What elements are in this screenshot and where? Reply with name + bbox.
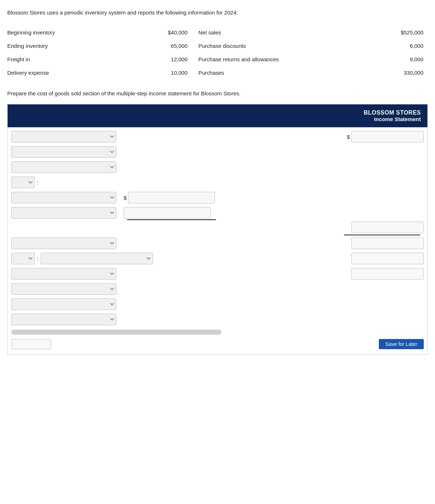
form-row-2 <box>11 146 424 158</box>
table-row: Delivery expense 10,000 Purchases 330,00… <box>7 66 428 79</box>
value-purchase-discounts: 6,000 <box>364 39 428 53</box>
form-row-11 <box>11 283 424 295</box>
form-row-5: $ <box>11 192 424 203</box>
row3-select[interactable] <box>11 161 116 173</box>
row1-right-input[interactable] <box>351 131 424 142</box>
form-row-13 <box>11 314 424 325</box>
row5-select[interactable] <box>11 192 116 203</box>
form-row-6 <box>11 207 424 219</box>
statement-container: BLOSSOM STORES Income Statement $ : <box>7 104 428 355</box>
info-table: Beginning inventory $40,000 Net sales $5… <box>7 26 428 79</box>
value-net-sales: $525,000 <box>364 26 428 39</box>
company-name: BLOSSOM STORES <box>14 110 421 116</box>
dollar-sign-mid: $ <box>124 195 127 201</box>
prepare-text: Prepare the cost of goods sold section o… <box>7 90 428 98</box>
table-row: Freight in 12,000 Purchase returns and a… <box>7 53 428 66</box>
right-section-9 <box>351 253 424 264</box>
row1-select[interactable] <box>11 131 116 142</box>
label-beginning-inventory: Beginning inventory <box>7 26 135 39</box>
row5-mid-input[interactable] <box>128 192 215 203</box>
statement-title: Income Statement <box>14 116 421 122</box>
row4-small-select[interactable] <box>11 177 35 188</box>
scrollbar[interactable] <box>11 330 221 335</box>
row10-right-input[interactable] <box>351 268 424 280</box>
label-ending-inventory: Ending inventory <box>7 39 135 53</box>
form-row-10 <box>11 268 424 280</box>
row6-select[interactable] <box>11 207 116 219</box>
row9-wide-select[interactable] <box>41 253 153 264</box>
label-purchase-returns: Purchase returns and allowances <box>198 53 364 66</box>
row9-small-select[interactable] <box>11 253 35 264</box>
value-beginning-inventory: $40,000 <box>135 26 199 39</box>
form-row-8 <box>11 237 424 249</box>
value-ending-inventory: 65,000 <box>135 39 199 53</box>
form-row-7 <box>11 222 424 233</box>
row2-select[interactable] <box>11 146 116 158</box>
row13-select[interactable] <box>11 314 116 325</box>
intro-text: Blossom Stores uses a periodic inventory… <box>7 9 428 17</box>
form-row-4: : <box>11 177 424 188</box>
row6-mid-input[interactable] <box>124 207 211 219</box>
form-row-3 <box>11 161 424 173</box>
row9-right-input[interactable] <box>351 253 424 264</box>
right-section-8 <box>351 237 424 249</box>
table-row: Ending inventory 65,000 Purchase discoun… <box>7 39 428 53</box>
right-section-1: $ <box>347 131 424 142</box>
row8-select[interactable] <box>11 237 116 249</box>
label-delivery-expense: Delivery expense <box>7 66 135 79</box>
label-net-sales: Net sales <box>198 26 364 39</box>
row7-right-input[interactable] <box>351 222 424 233</box>
row11-select[interactable] <box>11 283 116 295</box>
row12-select[interactable] <box>11 298 116 310</box>
form-row-1: $ <box>11 131 424 142</box>
dollar-sign-1: $ <box>347 134 350 140</box>
value-delivery-expense: 10,000 <box>135 66 199 79</box>
label-freight-in: Freight in <box>7 53 135 66</box>
label-purchases: Purchases <box>198 66 364 79</box>
value-purchase-returns: 9,000 <box>364 53 428 66</box>
bottom-bar: Save for Later <box>11 338 424 351</box>
value-purchases: 330,000 <box>364 66 428 79</box>
form-row-12 <box>11 298 424 310</box>
value-freight-in: 12,000 <box>135 53 199 66</box>
bottom-input[interactable] <box>11 339 51 349</box>
colon-separator-2: : <box>37 256 38 262</box>
statement-body: $ : $ <box>8 127 427 354</box>
colon-separator-1: : <box>37 179 38 186</box>
statement-header: BLOSSOM STORES Income Statement <box>8 104 427 127</box>
save-button[interactable]: Save for Later <box>379 339 424 349</box>
label-purchase-discounts: Purchase discounts <box>198 39 364 53</box>
right-section-7 <box>351 222 424 233</box>
form-row-9: : <box>11 253 424 264</box>
row10-select[interactable] <box>11 268 116 280</box>
row8-right-input[interactable] <box>351 237 424 249</box>
right-section-10 <box>351 268 424 280</box>
table-row: Beginning inventory $40,000 Net sales $5… <box>7 26 428 39</box>
